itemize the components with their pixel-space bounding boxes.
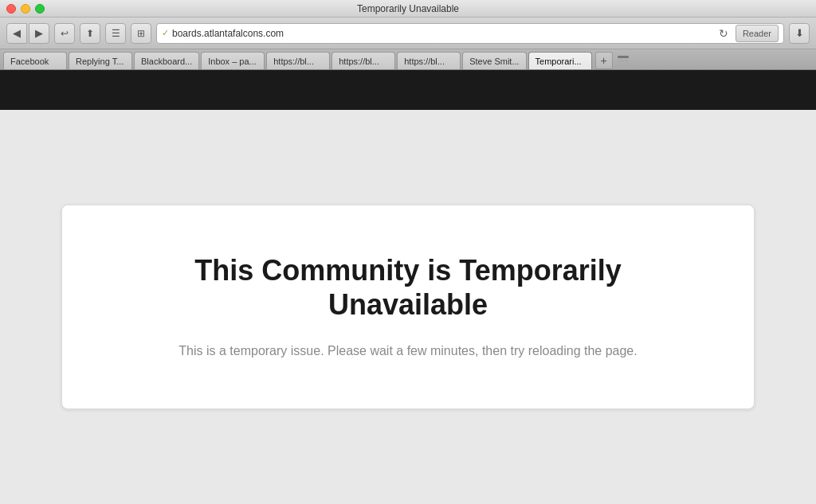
tab-https2[interactable]: https://bl... xyxy=(332,52,395,69)
browser-content: This Community is Temporarily Unavailabl… xyxy=(0,70,816,504)
tab-steve[interactable]: Steve Smit... xyxy=(462,52,526,69)
plus-icon: + xyxy=(600,54,606,67)
traffic-lights[interactable] xyxy=(6,4,45,14)
tab-label: Steve Smit... xyxy=(469,57,519,66)
new-tab-button[interactable]: + xyxy=(595,52,613,69)
close-button[interactable] xyxy=(6,4,16,14)
error-subtitle: This is a temporary issue. Please wait a… xyxy=(126,341,690,361)
svg-rect-1 xyxy=(618,60,629,62)
tab-facebook[interactable]: Facebook xyxy=(3,52,67,69)
forward-button[interactable]: ▶ xyxy=(29,23,49,44)
download-icon: ⬇ xyxy=(795,27,804,39)
reload-icon: ↻ xyxy=(719,27,728,40)
title-bar: Temporarily Unavailable xyxy=(0,0,816,18)
address-text: boards.atlantafalcons.com xyxy=(172,28,712,39)
site-header xyxy=(0,70,816,110)
window-title: Temporarily Unavailable xyxy=(357,3,459,14)
svg-rect-2 xyxy=(618,64,629,66)
scrollbar-icon xyxy=(617,54,630,67)
tab-label: https://bl... xyxy=(404,57,445,66)
tab-label: Blackboard... xyxy=(141,57,192,66)
toolbar: ◀ ▶ ↩ ⬆ ☰ ⊞ ✓ boards.atlantafalcons.com … xyxy=(0,18,816,49)
tabs-overview-button[interactable]: ⊞ xyxy=(131,23,151,44)
reload-button[interactable]: ↻ xyxy=(715,25,732,42)
tab-inbox[interactable]: Inbox – pa... xyxy=(201,52,265,69)
bookmarks-button[interactable]: ☰ xyxy=(105,23,126,44)
tab-https3[interactable]: https://bl... xyxy=(397,52,461,69)
reader-label: Reader xyxy=(743,29,771,38)
address-bar[interactable]: ✓ boards.atlantafalcons.com ↻ Reader xyxy=(156,23,784,44)
back-icon: ◀ xyxy=(13,27,21,39)
tab-blackboard[interactable]: Blackboard... xyxy=(134,52,199,69)
main-content: This Community is Temporarily Unavailabl… xyxy=(0,110,816,504)
tab-https1[interactable]: https://bl... xyxy=(266,52,330,69)
address-security-icon: ✓ xyxy=(162,28,169,38)
tab-label: Replying T... xyxy=(76,57,124,66)
share-button[interactable]: ⬆ xyxy=(80,23,100,44)
tabs-bar: Facebook Replying T... Blackboard... Inb… xyxy=(0,49,816,70)
maximize-button[interactable] xyxy=(35,4,45,14)
tab-label: https://bl... xyxy=(339,57,379,66)
tab-label: Inbox – pa... xyxy=(208,57,257,66)
forward-icon: ▶ xyxy=(35,27,43,39)
share-icon: ⬆ xyxy=(86,28,94,39)
history-icon: ↩ xyxy=(61,28,69,39)
back-button[interactable]: ◀ xyxy=(6,23,27,44)
tab-scrollbar[interactable] xyxy=(614,52,632,69)
nav-buttons: ◀ ▶ xyxy=(6,23,49,44)
tabs-icon: ⊞ xyxy=(137,28,145,39)
history-button[interactable]: ↩ xyxy=(54,23,75,44)
minimize-button[interactable] xyxy=(21,4,30,14)
tab-replying[interactable]: Replying T... xyxy=(69,52,132,69)
tab-label: https://bl... xyxy=(273,57,314,66)
tab-label: Temporari... xyxy=(536,57,582,66)
bookmarks-icon: ☰ xyxy=(112,28,120,39)
reader-button[interactable]: Reader xyxy=(736,25,779,42)
tab-temporarily[interactable]: Temporari... xyxy=(528,52,592,69)
error-title: This Community is Temporarily Unavailabl… xyxy=(126,253,690,322)
error-card: This Community is Temporarily Unavailabl… xyxy=(61,205,755,410)
tab-label: Facebook xyxy=(10,57,49,66)
download-button[interactable]: ⬇ xyxy=(789,23,810,44)
svg-rect-0 xyxy=(618,56,629,58)
